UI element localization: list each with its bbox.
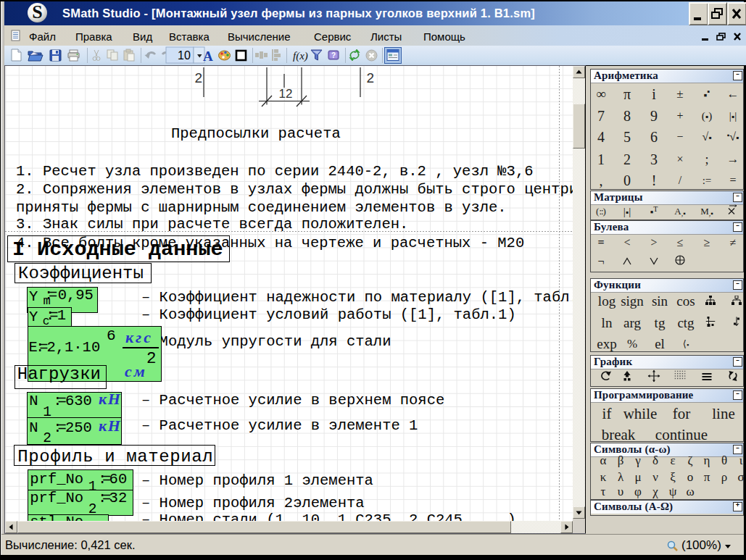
- svg-text:12: 12: [279, 87, 293, 101]
- svg-text:?: ?: [331, 51, 336, 59]
- svg-text:f(x): f(x): [293, 50, 308, 62]
- svg-text:A: A: [203, 49, 213, 64]
- svg-text:10: 10: [178, 49, 191, 62]
- svg-text:2: 2: [195, 70, 203, 85]
- svg-text:2: 2: [367, 70, 375, 85]
